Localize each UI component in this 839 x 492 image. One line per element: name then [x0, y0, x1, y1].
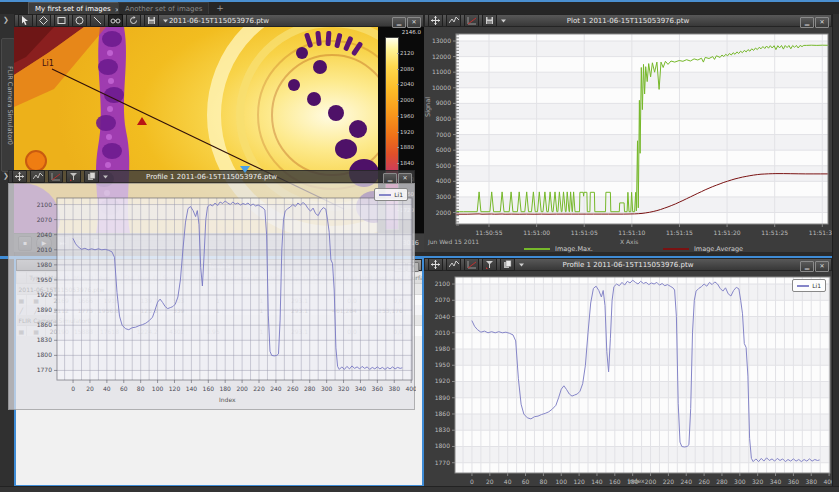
svg-text:12000: 12000 — [432, 53, 451, 60]
svg-text:240: 240 — [681, 478, 693, 485]
camera-panel-tab[interactable]: FLIR Camera Simulator0 — [1, 38, 15, 172]
close-button[interactable]: ✕ — [815, 261, 829, 272]
pan-tool-icon[interactable] — [428, 14, 443, 27]
line-plot-icon[interactable] — [446, 14, 461, 27]
legend-item-max[interactable]: Image.Max. — [524, 245, 593, 253]
svg-text:2100: 2100 — [37, 201, 52, 208]
profile-chart-svg[interactable]: 0204060801001201401601802002202402602803… — [424, 271, 832, 487]
rectangle-roi-icon[interactable] — [54, 14, 69, 27]
svg-text:100: 100 — [152, 385, 164, 392]
svg-text:160: 160 — [203, 385, 215, 392]
red-line-plot-icon[interactable] — [464, 258, 479, 271]
svg-text:220: 220 — [663, 478, 675, 485]
profile-legend[interactable]: Li1 — [792, 279, 826, 292]
ellipse-roi-icon[interactable] — [72, 14, 87, 27]
svg-text:340: 340 — [355, 385, 367, 392]
svg-text:300: 300 — [321, 385, 333, 392]
legend-line-sample — [797, 285, 809, 287]
svg-text:100: 100 — [556, 478, 568, 485]
legend-item-average[interactable]: Image.Average — [663, 245, 743, 253]
svg-text:120: 120 — [169, 385, 181, 392]
svg-text:1770: 1770 — [37, 366, 52, 373]
dragged-profile-titlebar[interactable]: Profile 1 2011-06-15T115053976.ptw ▁ ✕ — [8, 170, 415, 183]
plot1-chart-svg[interactable]: 11:50:5511:51:0011:51:0511:51:1011:51:15… — [424, 27, 832, 239]
line-plot-icon[interactable] — [30, 170, 45, 183]
svg-text:0: 0 — [71, 385, 75, 392]
minimize-button[interactable]: ▁ — [800, 261, 814, 272]
diamond-roi-icon[interactable] — [36, 14, 51, 27]
profile-titlebar[interactable]: Profile 1 2011-06-15T115053976.ptw ▁ ✕ — [424, 258, 832, 271]
flag-icon[interactable] — [66, 170, 81, 183]
save-icon[interactable] — [144, 14, 159, 27]
minimize-button[interactable]: ▁ — [392, 17, 406, 28]
rotate-icon[interactable] — [126, 14, 141, 27]
glasses-tool-icon[interactable] — [108, 14, 123, 27]
svg-text:260: 260 — [287, 385, 299, 392]
cursor-tool-icon[interactable] — [18, 14, 33, 27]
svg-text:1890: 1890 — [37, 306, 52, 313]
line-roi-icon[interactable] — [90, 14, 105, 27]
svg-text:11:50:55: 11:50:55 — [476, 229, 503, 236]
svg-text:2070: 2070 — [37, 216, 52, 223]
svg-text:120: 120 — [573, 478, 585, 485]
close-button[interactable]: ✕ — [398, 173, 412, 184]
svg-text:1770: 1770 — [435, 459, 450, 466]
new-tab-button[interactable]: + — [214, 2, 226, 14]
legend-label: Image.Max. — [555, 245, 593, 253]
minimize-button[interactable]: ▁ — [383, 173, 397, 184]
dragged-profile-window[interactable]: Profile 1 2011-06-15T115053976.ptw ▁ ✕ 0… — [8, 170, 415, 410]
svg-text:1800: 1800 — [37, 351, 52, 358]
line-plot-icon[interactable] — [446, 258, 461, 271]
svg-text:2000: 2000 — [436, 209, 451, 216]
svg-text:1920: 1920 — [435, 377, 450, 384]
svg-text:20: 20 — [486, 478, 494, 485]
legend-line-sample — [379, 194, 391, 196]
svg-text:2040: 2040 — [37, 231, 52, 238]
plot1-titlebar[interactable]: Plot 1 2011-06-15T115053976.ptw ▁ ✕ — [424, 14, 832, 27]
close-button[interactable]: ✕ — [407, 17, 421, 28]
svg-text:11:51:15: 11:51:15 — [666, 229, 693, 236]
svg-text:1860: 1860 — [435, 410, 450, 417]
dragged-profile-chart[interactable]: 0204060801001201401601802002202402602803… — [9, 184, 416, 415]
colorbar-tick-label: 1880 — [400, 144, 414, 150]
pan-tool-icon[interactable] — [428, 258, 443, 271]
copy-pages-icon[interactable] — [500, 258, 515, 271]
svg-text:7000: 7000 — [436, 131, 451, 138]
legend-label: Li1 — [394, 191, 403, 198]
profile-body: 0204060801001201401601802002202402602803… — [424, 271, 832, 492]
red-line-plot-icon[interactable] — [464, 14, 479, 27]
svg-text:6000: 6000 — [436, 146, 451, 153]
thermal-window-titlebar[interactable]: 2011-06-15T115053976.ptw ▁ ✕ — [14, 14, 424, 27]
svg-text:20: 20 — [86, 385, 94, 392]
red-line-plot-icon[interactable] — [48, 170, 63, 183]
colorbar-tick-label: 2080 — [400, 66, 414, 72]
svg-text:11:51:30: 11:51:30 — [809, 229, 832, 236]
pan-tool-icon[interactable] — [12, 170, 27, 183]
plot1-legend: Image.Max. Image.Average — [524, 245, 743, 253]
svg-text:40: 40 — [103, 385, 111, 392]
svg-text:2010: 2010 — [435, 329, 450, 336]
plot1-body: Signal 11:50:5511:51:0011:51:0511:51:101… — [424, 27, 832, 252]
svg-text:2040: 2040 — [435, 313, 450, 320]
expand-panel-icon[interactable]: ❯ — [3, 16, 9, 24]
minimize-button[interactable]: ▁ — [800, 17, 814, 28]
save-icon[interactable] — [482, 14, 497, 27]
bottom-status-strip — [0, 486, 839, 492]
close-button[interactable]: ✕ — [815, 17, 829, 28]
svg-text:11000: 11000 — [432, 68, 451, 75]
profile-xlabel: Index — [628, 477, 645, 484]
dragged-profile-chart-svg[interactable]: 0204060801001201401601802002202402602803… — [9, 184, 416, 411]
plot1-chart[interactable]: 11:50:5511:51:0011:51:0511:51:1011:51:15… — [424, 27, 832, 243]
dropdown-icon[interactable] — [518, 261, 525, 268]
svg-text:1980: 1980 — [37, 261, 52, 268]
svg-text:280: 280 — [716, 478, 728, 485]
dragged-profile-legend[interactable]: Li1 — [374, 188, 408, 201]
svg-text:200: 200 — [236, 385, 248, 392]
copy-pages-icon[interactable] — [84, 170, 99, 183]
dropdown-icon[interactable] — [102, 173, 109, 180]
profile-chart[interactable]: 0204060801001201401601802002202402602803… — [424, 271, 832, 491]
svg-text:80: 80 — [137, 385, 145, 392]
flag-icon[interactable] — [482, 258, 497, 271]
dropdown-icon[interactable] — [162, 17, 169, 24]
dropdown-icon[interactable] — [500, 17, 507, 24]
